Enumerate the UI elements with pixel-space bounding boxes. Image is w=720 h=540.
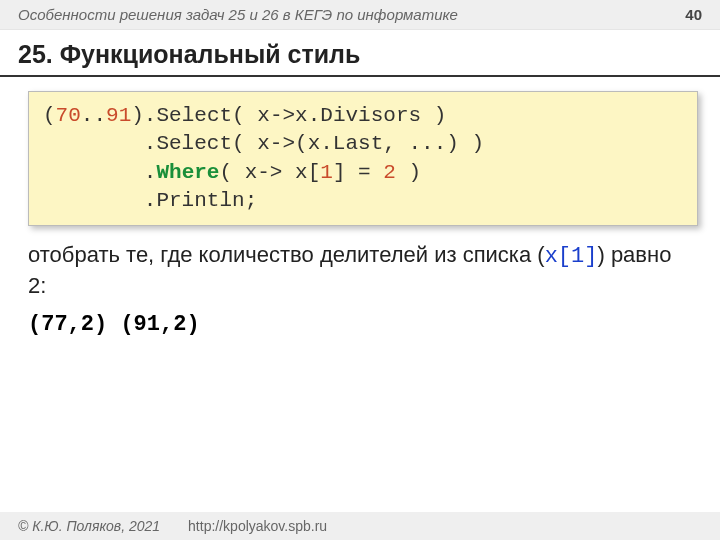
page-title: 25. Функциональный стиль — [0, 30, 720, 77]
header-bar: Особенности решения задач 25 и 26 в КЕГЭ… — [0, 0, 720, 30]
output-text: (77,2) (91,2) — [28, 312, 692, 337]
footer-url: http://kpolyakov.spb.ru — [188, 518, 327, 534]
description: отобрать те, где количество делителей из… — [28, 240, 692, 300]
footer-bar: © К.Ю. Поляков, 2021 http://kpolyakov.sp… — [0, 512, 720, 540]
header-subject: Особенности решения задач 25 и 26 в КЕГЭ… — [18, 6, 458, 23]
code-line-2: .Select( x->(x.Last, ...) ) — [43, 132, 484, 155]
code-line-1: (70..91).Select( x->x.Divisors ) — [43, 104, 446, 127]
code-block: (70..91).Select( x->x.Divisors ) .Select… — [28, 91, 698, 226]
footer-copyright: © К.Ю. Поляков, 2021 — [18, 518, 160, 534]
code-line-3: .Where( x-> x[1] = 2 ) — [43, 161, 421, 184]
page-number: 40 — [685, 6, 702, 23]
code-line-4: .Println; — [43, 189, 257, 212]
inline-code: x[1] — [545, 244, 598, 269]
